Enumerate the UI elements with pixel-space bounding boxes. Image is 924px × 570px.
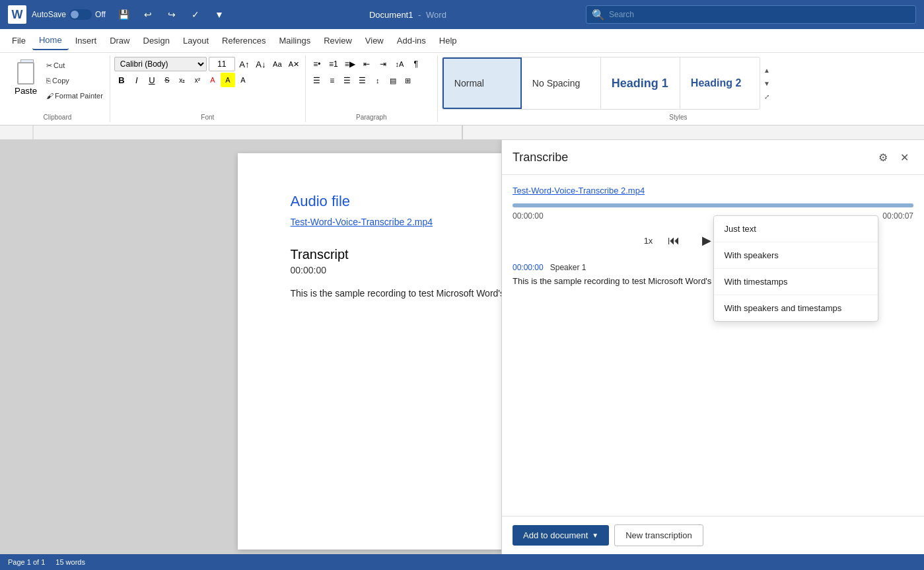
style-no-spacing[interactable]: No Spacing bbox=[522, 57, 601, 109]
styles-section-label: Styles bbox=[438, 114, 919, 121]
transcribe-panel: Transcribe ⚙ ✕ Test-Word-Voice-Transcrib… bbox=[501, 140, 924, 554]
style-normal[interactable]: Normal bbox=[443, 57, 522, 109]
menu-help[interactable]: Help bbox=[433, 32, 464, 50]
show-formatting-button[interactable]: ¶ bbox=[409, 57, 423, 71]
font-size-input[interactable] bbox=[209, 57, 235, 71]
dropdown-with-speakers[interactable]: With speakers bbox=[714, 242, 878, 269]
cut-button[interactable]: ✂ Cut bbox=[44, 58, 106, 73]
subscript-button[interactable]: x₂ bbox=[175, 73, 190, 87]
strikethrough-button[interactable]: S bbox=[160, 73, 174, 87]
bullets-button[interactable]: ≡• bbox=[310, 57, 324, 71]
menu-home[interactable]: Home bbox=[32, 31, 69, 50]
paste-label: Paste bbox=[15, 86, 37, 96]
undo-button[interactable]: ↩ bbox=[137, 5, 159, 24]
menu-draw[interactable]: Draw bbox=[103, 32, 136, 50]
clipboard-section-label: Clipboard bbox=[5, 114, 110, 121]
styles-scroll-controls: ▲ ▼ ⤢ bbox=[760, 57, 772, 110]
clear-formatting-button[interactable]: A✕ bbox=[287, 57, 301, 71]
ribbon-clipboard-section: Paste ✂ Cut ⎘ Copy 🖌 Format Painter Clip… bbox=[5, 55, 110, 122]
menu-file[interactable]: File bbox=[5, 32, 32, 50]
menu-add-ins[interactable]: Add-ins bbox=[390, 32, 433, 50]
font-color-button[interactable]: A bbox=[205, 73, 220, 87]
panel-title: Transcribe bbox=[513, 151, 874, 164]
numbering-button[interactable]: ≡1 bbox=[326, 57, 341, 71]
menu-layout[interactable]: Layout bbox=[176, 32, 215, 50]
panel-settings-button[interactable]: ⚙ bbox=[874, 148, 892, 166]
transcript-speaker: Speaker 1 bbox=[550, 263, 586, 272]
doc-name: Document1 bbox=[369, 10, 413, 20]
dropdown-with-timestamps[interactable]: With timestamps bbox=[714, 269, 878, 295]
menu-insert[interactable]: Insert bbox=[69, 32, 104, 50]
audio-speed-button[interactable]: 1x bbox=[644, 236, 653, 246]
bold-button[interactable]: B bbox=[114, 73, 129, 87]
font-size-increase-button[interactable]: A↑ bbox=[237, 57, 252, 71]
ribbon-paragraph-section: ≡• ≡1 ≡▶ ⇤ ⇥ ↕A ¶ ☰ ≡ ☰ ☰ ↕ ▤ ⊞ Paragrap… bbox=[306, 55, 438, 122]
decrease-indent-button[interactable]: ⇤ bbox=[359, 57, 374, 71]
italic-button[interactable]: I bbox=[129, 73, 144, 87]
shading-button[interactable]: ▤ bbox=[386, 73, 400, 88]
font-section-label: Font bbox=[110, 114, 305, 121]
underline-button[interactable]: U bbox=[145, 73, 159, 87]
menu-references[interactable]: References bbox=[215, 32, 272, 50]
line-spacing-button[interactable]: ↕ bbox=[371, 73, 385, 88]
panel-file-link[interactable]: Test-Word-Voice-Transcribe 2.mp4 bbox=[513, 186, 913, 196]
word-logo: W bbox=[8, 5, 26, 24]
dropdown-just-text[interactable]: Just text bbox=[714, 216, 878, 242]
ribbon-font-section: Calibri (Body) A↑ A↓ Aa A✕ B I U S x₂ x²… bbox=[110, 55, 306, 122]
save-button[interactable]: 💾 bbox=[114, 5, 135, 24]
superscript-button[interactable]: x² bbox=[190, 73, 205, 87]
window-title: Document1 - Word bbox=[235, 10, 581, 20]
check-button[interactable]: ✓ bbox=[185, 5, 206, 24]
highlight-button[interactable]: A bbox=[221, 73, 235, 87]
align-center-button[interactable]: ≡ bbox=[325, 73, 339, 88]
justify-button[interactable]: ☰ bbox=[355, 73, 370, 88]
search-icon: 🔍 bbox=[592, 9, 605, 21]
copy-button[interactable]: ⎘ Copy bbox=[44, 73, 106, 88]
chevron-down-icon: ▼ bbox=[592, 532, 598, 539]
change-case-button[interactable]: Aa bbox=[270, 57, 285, 71]
redo-button[interactable]: ↪ bbox=[161, 5, 182, 24]
menu-mailings[interactable]: Mailings bbox=[273, 32, 318, 50]
audio-progress-bar[interactable] bbox=[513, 203, 913, 207]
styles-scroll-down[interactable]: ▼ bbox=[762, 77, 772, 89]
sort-button[interactable]: ↕A bbox=[392, 57, 407, 71]
customize-quick-access-button[interactable]: ▼ bbox=[209, 5, 230, 24]
style-heading2[interactable]: Heading 2 bbox=[680, 57, 760, 109]
font-name-select[interactable]: Calibri (Body) bbox=[114, 57, 207, 71]
transcript-time[interactable]: 00:00:00 bbox=[513, 263, 544, 272]
panel-close-button[interactable]: ✕ bbox=[895, 148, 913, 166]
dropdown-with-speakers-timestamps[interactable]: With speakers and timestamps bbox=[714, 295, 878, 321]
add-to-document-label: Add to document bbox=[523, 530, 588, 540]
paste-button[interactable]: Paste bbox=[9, 57, 42, 98]
menu-review[interactable]: Review bbox=[317, 32, 359, 50]
quick-access-toolbar: 💾 ↩ ↪ ✓ ▼ bbox=[114, 5, 230, 24]
search-input[interactable] bbox=[609, 10, 910, 19]
audio-rewind-button[interactable]: ⏮ bbox=[663, 230, 684, 251]
styles-expand[interactable]: ⤢ bbox=[762, 90, 772, 102]
font-size-decrease-button[interactable]: A↓ bbox=[254, 57, 268, 71]
page-info: Page 1 of 1 bbox=[8, 558, 45, 566]
panel-action-buttons: ⚙ ✕ bbox=[874, 148, 913, 166]
audio-end-time: 00:00:07 bbox=[882, 211, 913, 221]
align-left-button[interactable]: ☰ bbox=[310, 73, 324, 88]
borders-button[interactable]: ⊞ bbox=[401, 73, 415, 88]
autosave-toggle[interactable] bbox=[69, 9, 92, 20]
format-painter-button[interactable]: 🖌 Format Painter bbox=[44, 89, 106, 103]
autosave-label: AutoSave bbox=[32, 10, 66, 19]
style-normal-label: Normal bbox=[454, 78, 510, 89]
title-bar: W AutoSave Off 💾 ↩ ↪ ✓ ▼ Document1 - Wor… bbox=[0, 0, 924, 29]
menu-view[interactable]: View bbox=[359, 32, 390, 50]
increase-indent-button[interactable]: ⇥ bbox=[376, 57, 390, 71]
style-heading1[interactable]: Heading 1 bbox=[601, 57, 680, 109]
multilevel-list-button[interactable]: ≡▶ bbox=[343, 57, 357, 71]
styles-scroll-up[interactable]: ▲ bbox=[762, 64, 772, 76]
search-box[interactable]: 🔍 bbox=[586, 5, 916, 24]
text-effects-button[interactable]: A bbox=[236, 73, 250, 87]
align-right-button[interactable]: ☰ bbox=[340, 73, 355, 88]
style-heading1-label: Heading 1 bbox=[612, 77, 669, 90]
audio-current-time: 00:00:00 bbox=[513, 211, 544, 221]
add-to-document-button[interactable]: Add to document ▼ bbox=[513, 525, 609, 546]
autosave-state: Off bbox=[95, 10, 106, 19]
menu-design[interactable]: Design bbox=[137, 32, 176, 50]
new-transcription-button[interactable]: New transcription bbox=[614, 524, 703, 546]
